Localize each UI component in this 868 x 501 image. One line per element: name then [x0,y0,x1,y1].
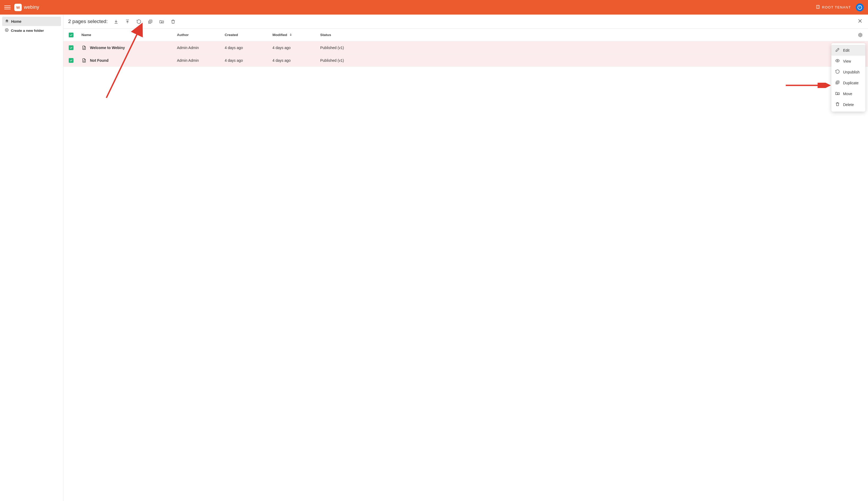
duplicate-button[interactable] [148,19,153,24]
delete-button[interactable] [170,19,176,24]
pages-table: Name Author Created Modified Status [63,29,868,67]
header-modified-label: Modified [272,33,287,37]
unpublish-button[interactable] [136,19,142,24]
checkbox-icon [69,33,73,38]
header-modified[interactable]: Modified [272,33,320,37]
ctx-edit-label: Edit [843,48,849,53]
sidebar-create-label: Create a new folder [11,29,44,33]
brand-text: webiny [24,4,39,10]
pencil-icon [835,47,840,53]
home-icon [5,19,9,24]
header-created[interactable]: Created [225,33,272,37]
row-checkbox[interactable] [69,45,82,50]
main-content: 2 pages selected: [63,14,868,501]
sidebar-create-folder[interactable]: Create a new folder [2,26,61,35]
row-status: Published (v1) [320,58,368,63]
table-header: Name Author Created Modified Status [63,29,868,41]
ctx-view-label: View [843,59,851,63]
table-settings-button[interactable] [858,33,863,38]
header-name[interactable]: Name [82,33,177,37]
page-icon [82,58,87,63]
svg-rect-0 [816,5,819,9]
ctx-edit[interactable]: Edit [832,45,865,56]
ctx-duplicate[interactable]: Duplicate [832,77,865,88]
brand-mark-icon [14,4,22,11]
plus-circle-icon [5,28,9,33]
ctx-view[interactable]: View [832,56,865,66]
sidebar-item-home[interactable]: Home [2,17,61,26]
selection-toolbar: 2 pages selected: [63,14,868,29]
row-context-menu: Edit View Unpublish Duplicate Move Delet… [832,43,865,111]
header-status[interactable]: Status [320,33,368,37]
toolbar-left: 2 pages selected: [68,19,176,24]
header-author[interactable]: Author [177,33,225,37]
row-checkbox[interactable] [69,58,82,63]
header-select-all[interactable] [69,33,82,38]
tenant-selector[interactable]: ROOT TENANT [816,5,851,10]
top-bar-left: webiny [4,4,39,11]
selection-label: 2 pages selected: [68,19,108,24]
sidebar-home-label: Home [11,19,21,24]
row-status: Published (v1) [320,46,368,50]
row-modified: 4 days ago [272,46,320,50]
user-avatar[interactable] [856,3,864,11]
ctx-unpublish-label: Unpublish [843,70,859,74]
menu-button[interactable] [4,4,11,11]
ctx-duplicate-label: Duplicate [843,81,858,85]
tenant-label: ROOT TENANT [822,5,851,9]
close-button[interactable] [857,18,863,25]
sidebar: Home Create a new folder [0,14,63,501]
row-created: 4 days ago [225,58,272,63]
row-author: Admin Admin [177,58,225,63]
ctx-delete-label: Delete [843,103,854,107]
folder-move-icon [835,91,840,96]
duplicate-icon [835,80,840,86]
top-bar: webiny ROOT TENANT [0,0,868,14]
eye-icon [835,58,840,64]
checkbox-icon [69,45,73,50]
publish-button[interactable] [125,19,130,24]
toolbar-actions [114,19,176,24]
row-author: Admin Admin [177,46,225,50]
page-icon [82,45,87,50]
sort-desc-icon [289,33,293,37]
row-name: Welcome to Webiny [90,46,125,50]
svg-point-4 [860,34,861,35]
svg-point-5 [837,60,838,62]
top-bar-right: ROOT TENANT [816,3,864,11]
brand-logo[interactable]: webiny [14,4,39,11]
ctx-move[interactable]: Move [832,88,865,99]
table-row[interactable]: Not Found Admin Admin 4 days ago 4 days … [63,54,868,67]
ctx-move-label: Move [843,92,852,96]
annotation-arrow-icon [786,83,831,88]
checkbox-icon [69,58,73,63]
tenant-icon [816,5,820,10]
main-layout: Home Create a new folder 2 pages selecte… [0,14,868,501]
move-button[interactable] [159,19,164,24]
export-button[interactable] [114,19,118,24]
ctx-delete[interactable]: Delete [832,99,865,110]
row-name: Not Found [90,58,108,63]
trash-icon [835,102,840,107]
table-row[interactable]: Welcome to Webiny Admin Admin 4 days ago… [63,41,868,54]
ctx-unpublish[interactable]: Unpublish [832,66,865,77]
history-icon [835,69,840,75]
row-modified: 4 days ago [272,58,320,63]
row-created: 4 days ago [225,46,272,50]
